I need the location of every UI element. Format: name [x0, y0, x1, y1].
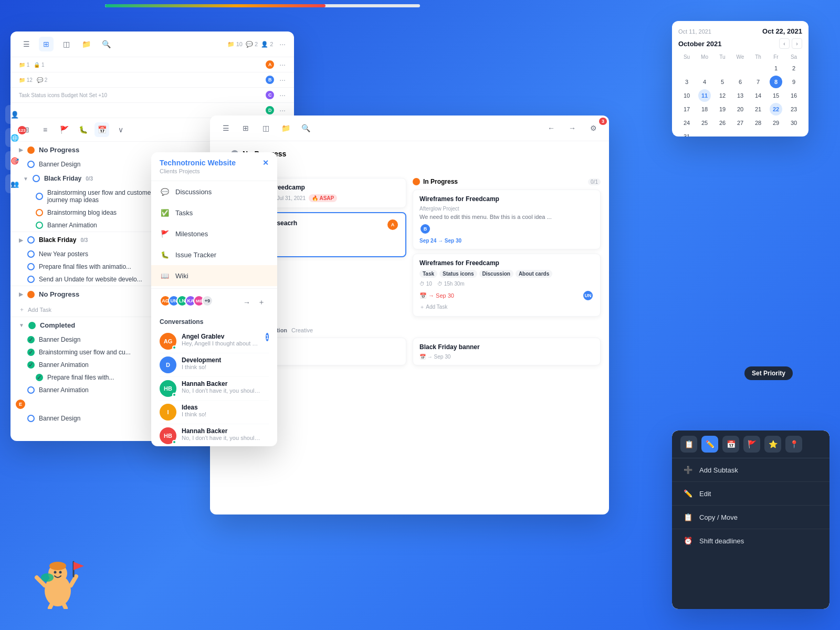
- sd-expand-btn[interactable]: →: [239, 295, 254, 310]
- cal-day-24[interactable]: 24: [680, 117, 693, 129]
- card-ip-2[interactable]: Wireframes for Freedcamp Task Status ico…: [413, 254, 601, 317]
- bf2-chevron[interactable]: ▶: [19, 237, 23, 243]
- cal-day-30[interactable]: 30: [788, 117, 800, 129]
- card-ip-2-add[interactable]: ＋ Add Task: [419, 303, 594, 311]
- comp-chevron[interactable]: ▼: [19, 322, 24, 328]
- sd-add-btn[interactable]: ＋: [254, 295, 269, 310]
- set-priority-bubble[interactable]: Set Priority: [744, 366, 793, 380]
- c-search-icon[interactable]: 🔍: [298, 121, 313, 135]
- folder-icon[interactable]: 📁: [79, 37, 93, 51]
- ctx-add-subtask[interactable]: ➕ Add Subtask: [672, 458, 830, 482]
- c-layers-icon[interactable]: ◫: [258, 121, 273, 135]
- cal-day-21[interactable]: 21: [752, 103, 764, 116]
- conv-item-5[interactable]: HB Hannah Backer No, I don't have it, yo…: [160, 424, 269, 446]
- row-more[interactable]: ···: [279, 60, 286, 69]
- cal-day-5[interactable]: 5: [716, 76, 729, 88]
- cal-day-31[interactable]: 31: [680, 130, 693, 136]
- row2-more[interactable]: ···: [279, 76, 286, 84]
- sidebar-icon-target[interactable]: 🎯: [5, 151, 24, 170]
- cal-day-11[interactable]: 11: [698, 89, 711, 102]
- cal-day-22[interactable]: 22: [770, 103, 782, 116]
- cal-day-17[interactable]: 17: [680, 103, 693, 116]
- cal-day-26[interactable]: 26: [716, 117, 729, 129]
- ctx-btn-edit[interactable]: ✏️: [701, 436, 718, 453]
- card-ip-1[interactable]: Wireframes for Freedcamp Afterglow Proje…: [413, 190, 601, 249]
- cal-day-16[interactable]: 16: [788, 89, 800, 102]
- cal-day-1[interactable]: 1: [770, 62, 782, 75]
- list-icon[interactable]: ≡: [38, 122, 52, 137]
- cal-day-2[interactable]: 2: [788, 62, 800, 75]
- c-grid-icon[interactable]: ⊞: [238, 121, 253, 135]
- cal-day-7[interactable]: 7: [752, 76, 764, 88]
- more-options[interactable]: ···: [279, 40, 286, 48]
- layers-icon[interactable]: ◫: [59, 37, 74, 51]
- cal-prev-btn[interactable]: ‹: [779, 38, 790, 49]
- ctx-copy-move[interactable]: 📋 Copy / Move: [672, 506, 830, 529]
- conv-item-1[interactable]: AG Angel Grablev Hey, Angell I thought a…: [160, 330, 269, 353]
- sidebar-icon-team[interactable]: 👥: [5, 174, 24, 193]
- np2-chevron[interactable]: ▶: [19, 291, 23, 297]
- cal-day-25[interactable]: 25: [698, 117, 711, 129]
- menu-icon[interactable]: ☰: [19, 37, 34, 51]
- sd-item-wiki[interactable]: 📖 Wiki: [151, 265, 277, 286]
- conv-item-2[interactable]: D Development I think so!: [160, 353, 269, 377]
- row3-more[interactable]: ···: [279, 91, 286, 99]
- flag-icon[interactable]: 🚩: [57, 122, 71, 137]
- sd-close-icon[interactable]: ✕: [262, 159, 269, 167]
- calendar-icon-toolbar[interactable]: 📅: [94, 122, 109, 137]
- row4-more[interactable]: ···: [279, 106, 286, 114]
- search-icon[interactable]: 🔍: [99, 37, 113, 51]
- bug-icon[interactable]: 🐛: [76, 122, 90, 137]
- prep-check: [27, 263, 35, 270]
- conv-online-1: [172, 345, 176, 350]
- cal-day-18[interactable]: 18: [698, 103, 711, 116]
- cal-day-28[interactable]: 28: [752, 117, 764, 129]
- cal-day-20[interactable]: 20: [734, 103, 747, 116]
- ctx-edit[interactable]: ✏️ Edit: [672, 482, 830, 506]
- cal-day-13[interactable]: 13: [734, 89, 747, 102]
- cal-day-23[interactable]: 23: [788, 103, 800, 116]
- cal-day-10[interactable]: 10: [680, 89, 693, 102]
- cal-next-btn[interactable]: ›: [792, 38, 802, 49]
- cal-day-15[interactable]: 15: [770, 89, 782, 102]
- card-bf-banner[interactable]: Black Friday banner 📅 → Sep 30: [413, 338, 601, 365]
- cal-day-27[interactable]: 27: [734, 117, 747, 129]
- ctx-edit-label: Edit: [699, 490, 711, 498]
- c-menu-icon[interactable]: ☰: [218, 121, 233, 135]
- chevron-icon[interactable]: ∨: [113, 122, 128, 137]
- ctx-shift-deadlines[interactable]: ⏰ Shift deadlines: [672, 529, 830, 552]
- conv-name-3: Hannah Backer: [182, 380, 269, 387]
- cal-nav: ‹ ›: [779, 38, 802, 49]
- conv-av-5: HB: [160, 427, 176, 444]
- cal-day-29[interactable]: 29: [770, 117, 782, 129]
- ctx-btn-star[interactable]: ⭐: [764, 436, 781, 453]
- c-back-icon[interactable]: ←: [544, 121, 559, 135]
- c-folder-icon[interactable]: 📁: [278, 121, 293, 135]
- conv-item-3[interactable]: HB Hannah Backer No, I don't have it, yo…: [160, 377, 269, 401]
- cal-day-8[interactable]: 8: [770, 76, 782, 88]
- cal-day-6[interactable]: 6: [734, 76, 747, 88]
- bf-label: Black Friday: [44, 175, 81, 182]
- grid-icon[interactable]: ⊞: [39, 37, 54, 51]
- sd-item-discussions[interactable]: 💬 Discussions: [151, 181, 277, 202]
- sidebar-icon-profile[interactable]: 👤: [5, 105, 24, 124]
- cal-day-9[interactable]: 9: [788, 76, 800, 88]
- cal-day-empty-3: [716, 62, 729, 75]
- ctx-btn-copy[interactable]: 📋: [680, 436, 697, 453]
- cal-day-19[interactable]: 19: [716, 103, 729, 116]
- cal-day-4[interactable]: 4: [698, 76, 711, 88]
- ctx-btn-pin[interactable]: 📍: [785, 436, 802, 453]
- cal-day-12[interactable]: 12: [716, 89, 729, 102]
- conv-item-4[interactable]: I Ideas I think so!: [160, 401, 269, 424]
- cal-day-3[interactable]: 3: [680, 76, 693, 88]
- sd-item-milestones[interactable]: 🚩 Milestones: [151, 223, 277, 244]
- c-forward-icon[interactable]: →: [565, 121, 580, 135]
- sd-item-issue-tracker[interactable]: 🐛 Issue Tracker: [151, 244, 277, 265]
- c-settings-icon[interactable]: ⚙: [586, 121, 601, 135]
- comp-check-4: ✓: [36, 374, 43, 381]
- ctx-btn-flag[interactable]: 🚩: [743, 436, 760, 453]
- sidebar-icon-global[interactable]: 🌐 123: [5, 128, 24, 147]
- cal-day-14[interactable]: 14: [752, 89, 764, 102]
- sd-item-tasks[interactable]: ✅ Tasks: [151, 202, 277, 223]
- ctx-btn-cal[interactable]: 📅: [722, 436, 739, 453]
